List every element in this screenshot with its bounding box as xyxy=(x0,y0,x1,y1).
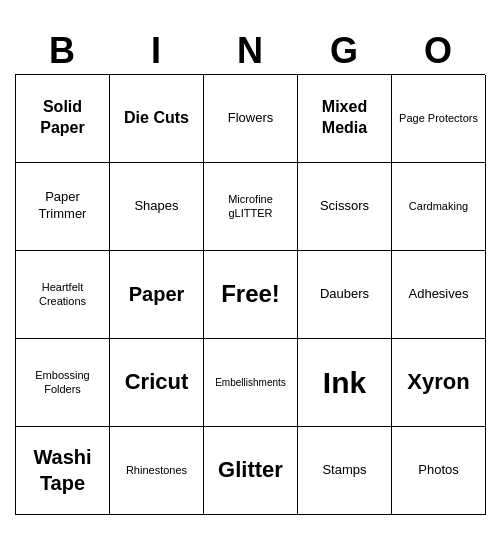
cell-r2-c3[interactable]: Daubers xyxy=(298,251,392,339)
bingo-letter-g: G xyxy=(300,30,388,72)
bingo-card: BINGO Solid PaperDie CutsFlowersMixed Me… xyxy=(15,30,485,515)
bingo-letter-i: I xyxy=(112,30,200,72)
cell-r1-c0[interactable]: Paper Trimmer xyxy=(16,163,110,251)
cell-r2-c2[interactable]: Free! xyxy=(204,251,298,339)
cell-r3-c4[interactable]: Xyron xyxy=(392,339,486,427)
cell-r1-c2[interactable]: Microfine gLITTER xyxy=(204,163,298,251)
cell-r2-c4[interactable]: Adhesives xyxy=(392,251,486,339)
cell-text-r3-c3: Ink xyxy=(323,363,366,402)
cell-text-r1-c2: Microfine gLITTER xyxy=(208,192,293,221)
cell-r3-c0[interactable]: Embossing Folders xyxy=(16,339,110,427)
cell-r3-c3[interactable]: Ink xyxy=(298,339,392,427)
cell-text-r3-c4: Xyron xyxy=(407,368,469,397)
cell-r0-c2[interactable]: Flowers xyxy=(204,75,298,163)
cell-text-r4-c0: Washi Tape xyxy=(20,444,105,496)
cell-r4-c0[interactable]: Washi Tape xyxy=(16,427,110,515)
cell-r1-c3[interactable]: Scissors xyxy=(298,163,392,251)
cell-text-r3-c2: Embellishments xyxy=(215,376,286,389)
cell-r4-c3[interactable]: Stamps xyxy=(298,427,392,515)
cell-r3-c1[interactable]: Cricut xyxy=(110,339,204,427)
cell-r0-c4[interactable]: Page Protectors xyxy=(392,75,486,163)
cell-r0-c1[interactable]: Die Cuts xyxy=(110,75,204,163)
bingo-grid: Solid PaperDie CutsFlowersMixed MediaPag… xyxy=(15,74,485,515)
cell-text-r0-c3: Mixed Media xyxy=(302,97,387,139)
cell-text-r1-c4: Cardmaking xyxy=(409,199,468,213)
cell-r3-c2[interactable]: Embellishments xyxy=(204,339,298,427)
cell-text-r1-c3: Scissors xyxy=(320,198,369,215)
cell-text-r0-c1: Die Cuts xyxy=(124,108,189,129)
bingo-letter-n: N xyxy=(206,30,294,72)
cell-r4-c2[interactable]: Glitter xyxy=(204,427,298,515)
cell-text-r2-c2: Free! xyxy=(221,278,280,309)
cell-r4-c1[interactable]: Rhinestones xyxy=(110,427,204,515)
cell-text-r1-c1: Shapes xyxy=(134,198,178,215)
cell-text-r4-c1: Rhinestones xyxy=(126,463,187,477)
bingo-letter-o: O xyxy=(394,30,482,72)
cell-text-r0-c4: Page Protectors xyxy=(399,111,478,125)
bingo-header: BINGO xyxy=(15,30,485,72)
cell-r0-c3[interactable]: Mixed Media xyxy=(298,75,392,163)
cell-text-r0-c2: Flowers xyxy=(228,110,274,127)
cell-text-r2-c3: Daubers xyxy=(320,286,369,303)
cell-text-r1-c0: Paper Trimmer xyxy=(20,189,105,223)
cell-text-r0-c0: Solid Paper xyxy=(20,97,105,139)
cell-text-r3-c0: Embossing Folders xyxy=(20,368,105,397)
cell-r2-c0[interactable]: Heartfelt Creations xyxy=(16,251,110,339)
cell-r0-c0[interactable]: Solid Paper xyxy=(16,75,110,163)
cell-text-r4-c2: Glitter xyxy=(218,456,283,485)
cell-text-r2-c0: Heartfelt Creations xyxy=(20,280,105,309)
cell-text-r3-c1: Cricut xyxy=(125,368,189,397)
cell-text-r2-c4: Adhesives xyxy=(409,286,469,303)
bingo-letter-b: B xyxy=(18,30,106,72)
cell-r1-c4[interactable]: Cardmaking xyxy=(392,163,486,251)
cell-text-r4-c3: Stamps xyxy=(322,462,366,479)
cell-text-r4-c4: Photos xyxy=(418,462,458,479)
cell-r2-c1[interactable]: Paper xyxy=(110,251,204,339)
cell-r4-c4[interactable]: Photos xyxy=(392,427,486,515)
cell-text-r2-c1: Paper xyxy=(129,281,185,307)
cell-r1-c1[interactable]: Shapes xyxy=(110,163,204,251)
